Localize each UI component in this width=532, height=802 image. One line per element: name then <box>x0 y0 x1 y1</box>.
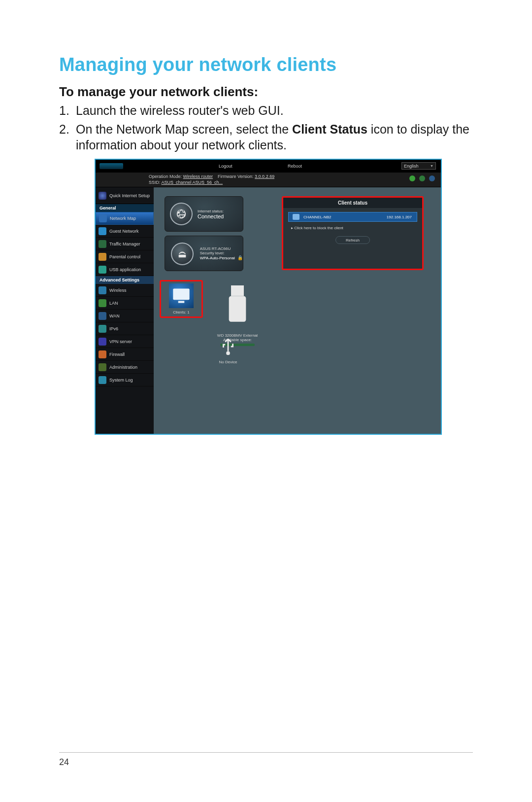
wireless-icon <box>99 286 106 294</box>
svg-rect-3 <box>231 285 244 296</box>
sidebar-item-ipv6[interactable]: IPv6 <box>96 322 154 335</box>
status-icon-2 <box>419 175 425 181</box>
firewall-label: Firewall <box>109 352 125 357</box>
client-status-title: Client status <box>283 198 422 208</box>
general-header: General <box>96 204 154 212</box>
sidebar-item-guest-network[interactable]: Guest Network <box>96 225 154 238</box>
sidebar-item-lan[interactable]: LAN <box>96 297 154 310</box>
client-device-icon <box>293 214 299 220</box>
logout-button[interactable]: Logout <box>219 164 233 169</box>
parental-control-icon <box>99 253 106 261</box>
router-main: Internet status: Connected ASUS RT-AC66U… <box>154 187 441 434</box>
guest-network-label: Guest Network <box>109 229 139 234</box>
traffic-manager-label: Traffic Manager <box>109 242 140 246</box>
clients-label: Clients: <box>173 310 186 314</box>
lock-icon: 🔒 <box>237 255 243 260</box>
language-select[interactable]: English <box>401 162 436 170</box>
qis-label: Quick Internet Setup <box>109 193 150 198</box>
router-topbar: Logout Reboot English <box>96 160 441 173</box>
client-name: CHANNEL-NB2 <box>303 215 353 219</box>
firewall-icon <box>99 350 106 358</box>
ssid-value: ASUS_channel ASUS_56_ch... <box>162 180 223 185</box>
ipv6-icon <box>99 325 106 333</box>
svg-rect-0 <box>179 255 186 258</box>
wan-icon <box>99 312 106 320</box>
status-icon-1 <box>409 175 415 181</box>
sidebar-item-firewall[interactable]: Firewall <box>96 348 154 361</box>
lan-icon <box>99 299 106 307</box>
vpn-label: VPN server <box>109 339 132 344</box>
asus-logo <box>100 163 123 169</box>
router-infobar: Operation Mode: Wireless router Firmware… <box>96 173 441 187</box>
parental-control-label: Parental control <box>109 254 140 259</box>
footer-divider <box>59 752 473 753</box>
usb-none-label: No Device <box>217 360 239 364</box>
internet-status-label: Internet status: <box>198 209 224 213</box>
network-map-icon <box>99 214 107 222</box>
sidebar-item-administration[interactable]: Administration <box>96 361 154 374</box>
internet-status-card[interactable]: Internet status: Connected <box>165 196 243 232</box>
qis-button[interactable]: Quick Internet Setup <box>96 187 154 204</box>
guest-network-icon <box>99 227 106 235</box>
client-ip: 192.168.1.207 <box>387 215 412 219</box>
ipv6-label: IPv6 <box>109 326 118 331</box>
steps-list: Launch the wireless router's web GUI. On… <box>59 103 473 153</box>
security-card[interactable]: ASUS RT-AC66U Security level: WPA-Auto-P… <box>165 236 243 271</box>
status-icons <box>409 175 435 181</box>
svg-rect-2 <box>178 301 185 303</box>
globe-icon <box>170 203 193 225</box>
opmode-label: Operation Mode: <box>149 174 183 179</box>
sidebar-item-system-log[interactable]: System Log <box>96 374 154 386</box>
administration-icon <box>99 363 106 371</box>
section-title: Managing your network clients <box>59 54 473 75</box>
step-1: Launch the wireless router's web GUI. <box>59 103 473 118</box>
svg-point-5 <box>226 351 230 355</box>
sidebar-item-network-map[interactable]: Network Map <box>96 212 154 225</box>
clients-count: 1 <box>187 310 189 314</box>
sidebar-item-traffic-manager[interactable]: Traffic Manager <box>96 238 154 250</box>
ssid-label: SSID: <box>149 180 162 185</box>
usb-application-icon <box>99 266 106 274</box>
usb-icon <box>217 335 239 358</box>
reboot-button[interactable]: Reboot <box>288 164 302 169</box>
client-row[interactable]: CHANNEL-NB2 192.168.1.207 <box>288 212 417 222</box>
block-client-link[interactable]: Click here to block the client <box>291 226 422 230</box>
system-log-label: System Log <box>109 378 133 383</box>
wan-label: WAN <box>109 314 120 318</box>
sidebar-item-usb-application[interactable]: USB application <box>96 263 154 276</box>
step-2-pre: On the Network Map screen, select the <box>76 122 292 136</box>
security-model: ASUS RT-AC66U <box>200 246 243 251</box>
fw-value[interactable]: 3.0.0.2.69 <box>255 174 274 179</box>
qis-icon <box>99 192 106 200</box>
wireless-label: Wireless <box>109 288 127 293</box>
svg-rect-4 <box>229 296 246 322</box>
usb-application-label: USB application <box>109 267 141 272</box>
sidebar-item-wan[interactable]: WAN <box>96 310 154 322</box>
router-screenshot: Logout Reboot English Operation Mode: Wi… <box>95 159 442 435</box>
sidebar-item-wireless[interactable]: Wireless <box>96 284 154 297</box>
security-value: WPA-Auto-Personal <box>200 256 235 260</box>
traffic-manager-icon <box>99 240 106 248</box>
page-number: 24 <box>59 757 69 767</box>
step-2: On the Network Map screen, select the Cl… <box>59 121 473 153</box>
advanced-header: Advanced Settings <box>96 276 154 284</box>
router-icon <box>171 243 194 265</box>
usb-drive-icon <box>212 279 263 331</box>
clients-tile[interactable]: Clients: 1 <box>160 280 203 318</box>
sidebar-item-parental-control[interactable]: Parental control <box>96 250 154 263</box>
language-value: English <box>404 164 419 169</box>
step-2-bold: Client Status <box>292 122 367 136</box>
subheading: To manage your network clients: <box>59 84 473 100</box>
client-status-panel: Client status CHANNEL-NB2 192.168.1.207 … <box>282 196 424 270</box>
router-sidebar: Quick Internet Setup General Network Map… <box>96 187 154 434</box>
sidebar-item-vpn-server[interactable]: VPN server <box>96 335 154 348</box>
clients-icon <box>169 283 194 308</box>
fw-label: Firmware Version: <box>218 174 255 179</box>
security-label: Security level: <box>200 251 243 255</box>
refresh-button[interactable]: Refresh <box>335 236 370 244</box>
status-icon-3 <box>429 175 435 181</box>
opmode-value[interactable]: Wireless router <box>183 174 213 179</box>
lan-label: LAN <box>109 301 118 306</box>
usb-device-tile[interactable]: No Device <box>217 335 239 364</box>
svg-rect-1 <box>173 288 189 300</box>
